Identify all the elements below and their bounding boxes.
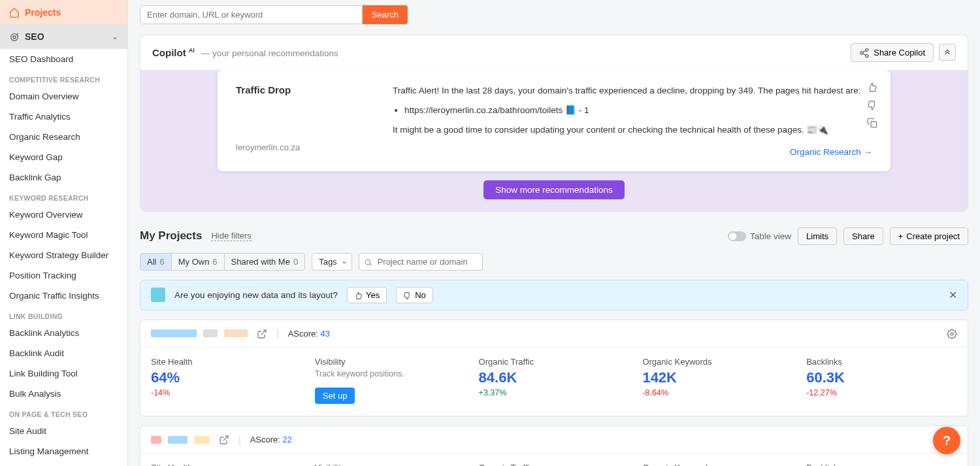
organic-research-link[interactable]: Organic Research → — [790, 146, 872, 159]
content: Copilot AI — your personal recommendatio… — [128, 29, 980, 466]
close-icon[interactable]: ✕ — [949, 289, 957, 301]
search-button[interactable]: Search — [363, 5, 408, 24]
sidebar: Projects SEO ⌄ SEO Dashboard COMPETITIVE… — [0, 0, 128, 466]
nav-keyword-strategy[interactable]: Keyword Strategy Builder — [0, 245, 127, 265]
nav-organic-research[interactable]: Organic Research — [0, 127, 127, 147]
nav-traffic-analytics[interactable]: Traffic Analytics — [0, 107, 127, 127]
nav-seo-label: SEO — [25, 31, 44, 42]
toggle-switch[interactable] — [728, 231, 746, 241]
external-link-icon[interactable] — [219, 434, 229, 445]
metric-organic-keywords: Organic Keywords 404 -12.55% — [642, 463, 793, 466]
svg-point-3 — [866, 48, 868, 51]
svg-point-8 — [951, 333, 953, 335]
nav-bulk-analysis[interactable]: Bulk Analysis — [0, 384, 127, 404]
copilot-sub: — your personal recommendations — [201, 48, 338, 58]
project-name[interactable] — [151, 436, 210, 444]
my-projects-title: My Projects — [140, 229, 202, 242]
metric-site-health: Site Health 64% -14% — [151, 357, 302, 404]
feedback-yes-button[interactable]: Yes — [347, 287, 387, 303]
hide-filters-link[interactable]: Hide filters — [211, 231, 251, 241]
tab-shared[interactable]: Shared with Me 0 — [225, 254, 305, 270]
nav-group-onpage: ON PAGE & TECH SEO — [0, 404, 127, 421]
search-input[interactable] — [140, 5, 363, 24]
metric-organic-keywords: Organic Keywords 142K -8.64% — [642, 357, 793, 404]
share-copilot-button[interactable]: Share Copilot — [851, 43, 934, 62]
create-project-button[interactable]: + Create project — [890, 227, 968, 245]
copy-icon[interactable] — [867, 117, 877, 128]
rec-body: Traffic Alert! In the last 28 days, your… — [393, 84, 872, 159]
project-card: | AScore: 43 Site Health 64% -14% — [140, 320, 968, 416]
nav-group-keyword: KEYWORD RESEARCH — [0, 188, 127, 205]
nav-projects[interactable]: Projects — [0, 0, 127, 24]
metric-backlinks: Backlinks 60.3K -12.27% — [806, 357, 957, 404]
svg-point-5 — [866, 54, 868, 57]
nav-site-audit[interactable]: Site Audit — [0, 421, 127, 441]
collapse-button[interactable] — [939, 44, 956, 61]
thumbs-down-icon — [403, 290, 412, 300]
nav-group-link: LINK BUILDING — [0, 306, 127, 323]
projects-header: My Projects Hide filters Table view Limi… — [140, 227, 968, 245]
nav-organic-insights[interactable]: Organic Traffic Insights — [0, 286, 127, 306]
nav-backlink-gap[interactable]: Backlink Gap — [0, 167, 127, 188]
svg-rect-6 — [871, 122, 877, 127]
nav-backlink-analytics[interactable]: Backlink Analytics — [0, 323, 127, 343]
nav-keyword-magic[interactable]: Keyword Magic Tool — [0, 225, 127, 245]
project-filter-input[interactable] — [359, 253, 483, 271]
nav-keyword-gap[interactable]: Keyword Gap — [0, 147, 127, 167]
nav-group-competitive: COMPETITIVE RESEARCH — [0, 69, 127, 86]
tab-group: All 6 My Own 6 Shared with Me 0 — [140, 253, 305, 271]
home-icon — [9, 7, 20, 18]
ascore-label: AScore: 43 — [288, 329, 330, 339]
feedback-no-button[interactable]: No — [396, 287, 433, 303]
metric-visibility: Visibility Track keyword positions. Set … — [315, 357, 466, 404]
nav-listing-mgmt[interactable]: Listing Management — [0, 441, 127, 461]
recommendation-card: Traffic Drop leroymerlin.co.za Traffic A… — [218, 70, 890, 171]
nav-link-building[interactable]: Link Building Tool — [0, 363, 127, 384]
help-button[interactable]: ? — [933, 427, 960, 454]
metric-organic-traffic: Organic Traffic 84.6K +3.37% — [479, 357, 630, 404]
metric-backlinks: Backlinks 25.8K +42.19% — [806, 463, 957, 466]
thumbs-up-icon[interactable] — [867, 82, 877, 93]
tab-my-own[interactable]: My Own 6 — [172, 254, 225, 270]
collapse-icon — [942, 47, 953, 58]
nav-map-rank[interactable]: Map Rank Tracker — [0, 461, 127, 466]
help-icon: ? — [943, 433, 951, 448]
search-icon — [364, 256, 372, 267]
copilot-ai-badge: AI — [189, 47, 195, 54]
ascore-value[interactable]: 43 — [321, 329, 330, 339]
share-button[interactable]: Share — [843, 227, 883, 245]
copilot-name: Copilot — [152, 47, 186, 58]
show-more-button[interactable]: Show more recommendations — [483, 180, 624, 199]
wave-icon — [151, 288, 165, 302]
tab-all[interactable]: All 6 — [140, 254, 172, 270]
rec-title: Traffic Drop — [236, 84, 367, 95]
chevron-down-icon: ⌄ — [341, 256, 348, 265]
nav-position-tracking[interactable]: Position Tracking — [0, 265, 127, 286]
copilot-header: Copilot AI — your personal recommendatio… — [140, 35, 968, 70]
tags-select[interactable]: Tags ⌄ — [312, 253, 351, 271]
project-card: | AScore: 22 Site Health Check domain's … — [140, 425, 968, 466]
nav-seo-dashboard[interactable]: SEO Dashboard — [0, 49, 127, 69]
svg-point-7 — [365, 259, 370, 265]
svg-point-4 — [860, 52, 863, 54]
nav-backlink-audit[interactable]: Backlink Audit — [0, 343, 127, 363]
metric-visibility: Visibility Track keyword positions. Set … — [315, 463, 466, 466]
table-view-toggle[interactable]: Table view — [728, 231, 791, 241]
setup-button[interactable]: Set up — [315, 388, 355, 404]
gear-icon[interactable] — [947, 328, 957, 339]
target-icon — [9, 31, 20, 42]
topbar: Search — [128, 0, 980, 29]
share-icon — [859, 47, 870, 58]
project-name[interactable] — [151, 329, 248, 337]
nav-domain-overview[interactable]: Domain Overview — [0, 86, 127, 107]
metric-site-health: Site Health Check domain's technical iss… — [151, 463, 302, 466]
nav-seo-section[interactable]: SEO ⌄ — [0, 24, 127, 48]
limits-button[interactable]: Limits — [798, 227, 837, 245]
plus-icon: + — [898, 231, 904, 241]
thumbs-down-icon[interactable] — [867, 99, 877, 110]
feedback-text: Are you enjoying new data and its layout… — [174, 290, 338, 300]
ascore-value[interactable]: 22 — [283, 435, 292, 444]
main: Search Copilot AI — your personal recomm… — [128, 0, 980, 466]
external-link-icon[interactable] — [257, 328, 267, 339]
nav-keyword-overview[interactable]: Keyword Overview — [0, 205, 127, 225]
